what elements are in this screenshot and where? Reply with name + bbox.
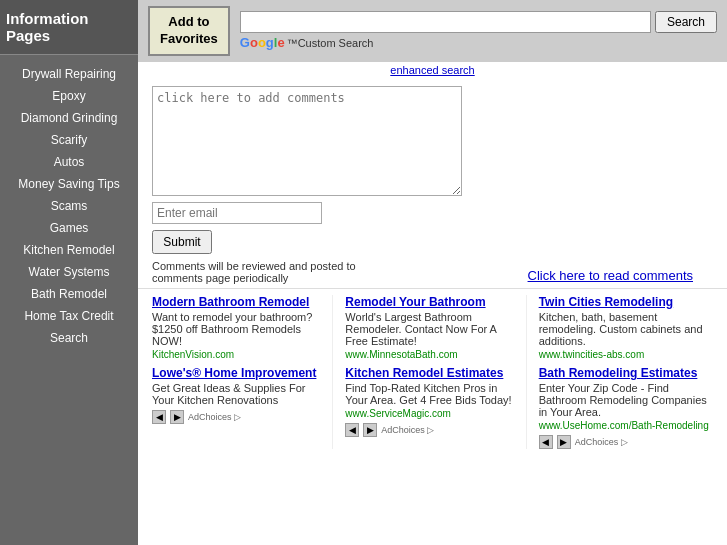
enhanced-search-link[interactable]: enhanced search xyxy=(138,64,727,76)
sidebar-item-home-tax-credit[interactable]: Home Tax Credit xyxy=(0,305,138,327)
google-logo: Google xyxy=(240,35,285,50)
ad-2-next-button[interactable]: ▶ xyxy=(363,423,377,437)
sidebar-item-epoxy[interactable]: Epoxy xyxy=(0,85,138,107)
sidebar-item-games[interactable]: Games xyxy=(0,217,138,239)
sidebar-item-drywall-repairing[interactable]: Drywall Repairing xyxy=(0,63,138,85)
ad-2-prev-button[interactable]: ◀ xyxy=(345,423,359,437)
ad-6-body: Enter Your Zip Code - Find Bathroom Remo… xyxy=(539,382,713,418)
ads-section: Modern Bathroom Remodel Want to remodel … xyxy=(138,288,727,455)
ad-4-body: Get Great Ideas & Supplies For Your Kitc… xyxy=(152,382,326,406)
sidebar-item-scams[interactable]: Scams xyxy=(0,195,138,217)
ad-1-title[interactable]: Modern Bathroom Remodel xyxy=(152,295,326,309)
read-comments-link[interactable]: Click here to read comments xyxy=(528,268,693,283)
sidebar-item-scarify[interactable]: Scarify xyxy=(0,129,138,151)
ad-6-url: www.UseHome.com/Bath-Remodeling xyxy=(539,420,713,431)
ad-2-choices: AdChoices ▷ xyxy=(381,425,434,435)
comments-textarea[interactable] xyxy=(152,86,462,196)
sidebar-item-money-saving-tips[interactable]: Money Saving Tips xyxy=(0,173,138,195)
ad-1-body: Want to remodel your bathroom? $1250 off… xyxy=(152,311,326,347)
ad-column-2: Remodel Your Bathroom World's Largest Ba… xyxy=(339,295,526,449)
ad-4-title[interactable]: Lowe's® Home Improvement xyxy=(152,366,326,380)
ad-3-next-button[interactable]: ▶ xyxy=(557,435,571,449)
ad-2-body: World's Largest Bathroom Remodeler. Cont… xyxy=(345,311,519,347)
add-to-favorites-button[interactable]: Add toFavorites xyxy=(148,6,230,56)
ad-6-title[interactable]: Bath Remodeling Estimates xyxy=(539,366,713,380)
submit-button[interactable]: Submit xyxy=(152,230,212,254)
ad-5-body: Find Top-Rated Kitchen Pros in Your Area… xyxy=(345,382,519,406)
topbar: Add toFavorites Search Google ™Custom Se… xyxy=(138,0,727,62)
search-input[interactable] xyxy=(240,11,651,33)
sidebar-item-kitchen-remodel[interactable]: Kitchen Remodel xyxy=(0,239,138,261)
sidebar-item-water-systems[interactable]: Water Systems xyxy=(0,261,138,283)
main-content: Add toFavorites Search Google ™Custom Se… xyxy=(138,0,727,545)
ad-2-nav: ◀ ▶ AdChoices ▷ xyxy=(345,423,519,437)
email-input[interactable] xyxy=(152,202,322,224)
sidebar-item-bath-remodel[interactable]: Bath Remodel xyxy=(0,283,138,305)
sidebar: Information Pages Drywall RepairingEpoxy… xyxy=(0,0,138,545)
comments-section: Submit xyxy=(138,80,727,258)
sidebar-nav: Drywall RepairingEpoxyDiamond GrindingSc… xyxy=(0,63,138,349)
ad-2-title[interactable]: Remodel Your Bathroom xyxy=(345,295,519,309)
ad-3-title[interactable]: Twin Cities Remodeling xyxy=(539,295,713,309)
ad-1-prev-button[interactable]: ◀ xyxy=(152,410,166,424)
ad-5-url: www.ServiceMagic.com xyxy=(345,408,519,419)
ad-3-url: www.twincities-abs.com xyxy=(539,349,713,360)
search-area: Search Google ™Custom Search xyxy=(240,11,717,50)
ad-1-nav: ◀ ▶ AdChoices ▷ xyxy=(152,410,326,424)
ad-3-choices: AdChoices ▷ xyxy=(575,437,628,447)
comments-row: Comments will be reviewed and posted to … xyxy=(138,260,727,284)
ad-column-3: Twin Cities Remodeling Kitchen, bath, ba… xyxy=(533,295,719,449)
ad-5-title[interactable]: Kitchen Remodel Estimates xyxy=(345,366,519,380)
custom-search-label: ™Custom Search xyxy=(287,37,374,49)
ad-3-body: Kitchen, bath, basement remodeling. Cust… xyxy=(539,311,713,347)
sidebar-item-search[interactable]: Search xyxy=(0,327,138,349)
comments-notice: Comments will be reviewed and posted to … xyxy=(152,260,372,284)
ad-1-next-button[interactable]: ▶ xyxy=(170,410,184,424)
search-button[interactable]: Search xyxy=(655,11,717,33)
ad-3-prev-button[interactable]: ◀ xyxy=(539,435,553,449)
sidebar-item-autos[interactable]: Autos xyxy=(0,151,138,173)
search-row: Search xyxy=(240,11,717,33)
sidebar-item-diamond-grinding[interactable]: Diamond Grinding xyxy=(0,107,138,129)
ad-column-1: Modern Bathroom Remodel Want to remodel … xyxy=(146,295,333,449)
ad-1-choices: AdChoices ▷ xyxy=(188,412,241,422)
ad-3-nav: ◀ ▶ AdChoices ▷ xyxy=(539,435,713,449)
sidebar-title: Information Pages xyxy=(0,0,138,55)
ad-1-url: KitchenVision.com xyxy=(152,349,326,360)
ad-2-url: www.MinnesotaBath.com xyxy=(345,349,519,360)
